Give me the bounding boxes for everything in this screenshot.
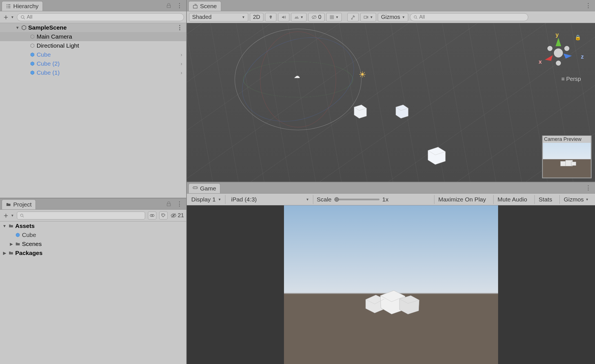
scale-slider[interactable]	[334, 199, 379, 200]
maximize-on-play-button[interactable]: Maximize On Play	[434, 195, 490, 204]
kebab-menu-icon[interactable]: ⋮	[176, 201, 183, 207]
audio-icon	[281, 15, 286, 20]
filter-by-label-button[interactable]	[159, 212, 168, 219]
scene-cube-object[interactable]	[423, 144, 449, 167]
scene-row[interactable]: ▼ SampleScene ⋮	[0, 23, 186, 32]
project-cube-prefab[interactable]: Cube	[0, 230, 186, 239]
unity-scene-icon	[21, 25, 26, 30]
expand-arrow-icon[interactable]: ▼	[15, 25, 20, 30]
camera-gizmo-icon[interactable]: ☁	[294, 72, 300, 80]
create-button[interactable]: ＋▼	[2, 12, 14, 22]
kebab-menu-icon[interactable]: ⋮	[585, 185, 592, 191]
tools-icon	[350, 15, 356, 20]
chevron-right-icon[interactable]: ›	[181, 52, 182, 58]
hierarchy-item-main-camera[interactable]: Main Camera	[0, 32, 186, 41]
project-assets-folder[interactable]: ▼ Assets	[0, 221, 186, 230]
lock-icon[interactable]	[165, 201, 172, 207]
folder-label: Assets	[15, 223, 35, 229]
prefab-icon	[30, 61, 35, 66]
hierarchy-item-cube[interactable]: Cube ›	[0, 50, 186, 59]
hierarchy-item-cube-1[interactable]: Cube (1) ›	[0, 68, 186, 77]
hierarchy-item-directional-light[interactable]: Directional Light	[0, 41, 186, 50]
svg-marker-25	[399, 296, 419, 314]
hierarchy-tab-label: Hierarchy	[13, 3, 39, 10]
toggle-2d-button[interactable]: 2D	[250, 13, 263, 21]
filter-by-type-button[interactable]	[148, 212, 156, 219]
hierarchy-tab[interactable]: Hierarchy	[2, 1, 43, 11]
game-render	[284, 205, 498, 364]
lock-icon[interactable]	[165, 2, 172, 9]
svg-point-4	[163, 214, 163, 215]
scene-search-input[interactable]	[419, 14, 525, 20]
svg-point-22	[196, 187, 197, 188]
axis-y-label: y	[556, 32, 559, 38]
chevron-down-icon: ▼	[370, 15, 373, 19]
aspect-dropdown[interactable]: iPad (4:3) ▼	[229, 195, 313, 204]
gizmos-dropdown[interactable]: Gizmos ▼	[378, 13, 408, 21]
effects-icon	[294, 15, 299, 20]
svg-marker-11	[396, 105, 408, 118]
hierarchy-search-input[interactable]	[27, 14, 180, 20]
svg-point-9	[414, 15, 417, 18]
light-gizmo-icon[interactable]: ☀	[359, 70, 366, 79]
hidden-count[interactable]: 21	[170, 212, 184, 219]
project-scenes-folder[interactable]: ▶ Scenes	[0, 239, 186, 248]
scene-tab-bar: Scene ⋮	[187, 0, 595, 11]
expand-arrow-icon[interactable]: ▶	[9, 242, 14, 246]
lightbulb-icon	[268, 15, 273, 20]
chevron-down-icon: ▼	[242, 15, 245, 19]
scene-tools-button[interactable]	[347, 13, 359, 21]
kebab-menu-icon[interactable]: ⋮	[585, 2, 592, 9]
scene-search[interactable]	[410, 13, 528, 21]
gamepad-icon	[193, 186, 198, 191]
scene-tab[interactable]: Scene	[188, 1, 221, 11]
svg-point-16	[554, 48, 563, 57]
create-asset-button[interactable]: ＋▼	[2, 210, 14, 220]
scale-label: Scale	[317, 196, 332, 203]
projection-label[interactable]: ≡ Persp	[561, 76, 581, 82]
orientation-gizmo[interactable]: 🔒 y z x ≡ Persp	[539, 32, 584, 82]
expand-arrow-icon[interactable]: ▼	[2, 224, 7, 228]
search-icon	[20, 214, 24, 217]
chevron-down-icon: ▼	[336, 15, 339, 19]
search-icon	[21, 15, 25, 19]
expand-arrow-icon[interactable]: ▶	[2, 251, 7, 255]
scene-lighting-toggle[interactable]	[265, 13, 276, 21]
hierarchy-search[interactable]	[17, 13, 184, 21]
project-search[interactable]	[17, 212, 145, 219]
game-tab[interactable]: Game	[188, 183, 220, 193]
scene-camera-button[interactable]: ▼	[360, 13, 376, 21]
camera-preview[interactable]: Camera Preview	[542, 136, 592, 178]
scene-effects-toggle[interactable]: ▼	[291, 13, 307, 21]
hierarchy-item-label: Cube (1)	[37, 69, 60, 76]
chevron-down-icon: ▼	[218, 197, 221, 201]
scene-audio-toggle[interactable]	[278, 13, 289, 21]
hierarchy-item-cube-2[interactable]: Cube (2) ›	[0, 59, 186, 68]
svg-point-17	[547, 46, 552, 51]
gizmos-button[interactable]: Gizmos ▼	[560, 195, 593, 204]
project-search-input[interactable]	[26, 212, 142, 218]
game-viewport[interactable]	[187, 205, 595, 364]
scene-cube-object[interactable]	[392, 102, 410, 120]
scene-menu-icon[interactable]: ⋮	[177, 24, 183, 31]
chevron-right-icon[interactable]: ›	[181, 70, 182, 76]
chevron-right-icon[interactable]: ›	[181, 61, 182, 67]
grid-icon	[329, 15, 334, 20]
project-toolbar: ＋▼ 21	[0, 210, 186, 221]
kebab-menu-icon[interactable]: ⋮	[176, 2, 183, 9]
folder-icon	[6, 202, 11, 207]
mute-audio-button[interactable]: Mute Audio	[493, 195, 531, 204]
display-dropdown[interactable]: Display 1 ▼	[189, 195, 225, 204]
stats-button[interactable]: Stats	[534, 195, 556, 204]
svg-marker-15	[545, 55, 553, 61]
slider-knob[interactable]	[334, 197, 339, 202]
scene-cube-object[interactable]	[351, 102, 369, 120]
scene-visibility-toggle[interactable]: 0	[308, 13, 324, 21]
project-tab[interactable]: Project	[2, 199, 36, 209]
display-label: Display 1	[191, 196, 216, 203]
scene-grid-toggle[interactable]: ▼	[326, 13, 342, 21]
scene-viewport[interactable]: ☁ ☀ 🔒	[187, 23, 595, 182]
visibility-icon	[170, 212, 177, 219]
shading-mode-dropdown[interactable]: Shaded ▼	[189, 13, 248, 21]
project-packages-folder[interactable]: ▶ Packages	[0, 248, 186, 258]
